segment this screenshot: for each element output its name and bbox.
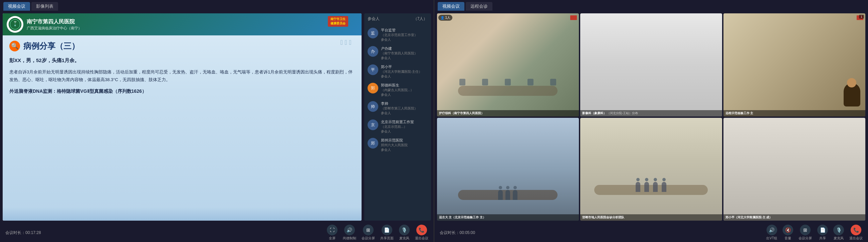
meeting-split-icon: ⊞ [363,225,374,235]
fig-5-3 [653,182,658,192]
participant-avatar-6: 京 [368,120,378,130]
participant-item-7[interactable]: 郑 郑州示范医院 郑州六大人民医院 参会人 [364,136,431,154]
video-label-1: 护疗综科（南宁市第四人民医院） [437,110,579,117]
participant-avatar-1: 监 [368,28,378,38]
meeting-split-icon-right: ⊞ [800,225,811,235]
left-toolbar-buttons: ⛶ 全屏 🔊 尚德制制 ⊞ 会议分屏 📄 共享页面 🎙️ 麦克风 📞 退出会 [327,225,428,241]
mic-label: 麦克风 [399,236,409,241]
video-label-2: 影像科（象康科） （河北分院-工站）分布 [580,110,722,117]
fullscreen-icon: ⛶ [327,225,338,235]
participant-name-6: 北京示范前置工作室 [381,120,428,124]
participant-org-6: （北京示范前...） [381,124,428,129]
fig-4-3 [513,190,518,200]
share-label: 共享页面 [380,236,394,241]
fig-4-2 [505,190,510,200]
video-label-5: 邯郸市地人民医院会诊分析团队 [580,214,722,221]
mic-label-right: 麦克风 [834,236,844,241]
tab-video-right[interactable]: 视频会议 [438,2,464,11]
volume-btn[interactable]: 🔊 尚德制制 [343,225,356,241]
participant-item-2[interactable]: 办 户办建 （南宁市第四人民医院） 参会人 [364,44,431,62]
presentation-area: 宁 医 南宁市第四人民医院 广西艾滋病临床治疗中心（南宁） 南宁市卫生健康委员会… [3,13,362,221]
title-icon: 🔍 [9,41,20,52]
presentation-body: 𓅭 𓅭 𓅭 🔍 病例分享（三） 彭XX，男，52岁，头痛1月余。 患者自诉3月余… [3,35,362,221]
participant-org-3: （河北大学附属医院-主任） [381,69,428,74]
participant-avatar-5: 帅 [368,101,378,112]
right-panel: 视频会议 远程会诊 👤 [434,0,868,242]
participant-info-4: 郭德科医生 （内蒙古人民医院...） 参会人 [381,83,428,97]
birds-deco: 𓅭 𓅭 𓅭 [340,39,351,47]
mic-icon: 🎙️ [399,225,410,235]
slide-body-text: 患者自诉3月余前开始无明显诱因出现持续性胸部隐痛，活动后加重，程度尚可忍受，无发… [9,68,355,84]
video-cell-5: 邯郸市地人民医院会诊分析团队 [580,118,722,221]
participant-item-6[interactable]: 京 北京示范前置工作室 （北京示范前...） 参会人 [364,118,431,136]
right-toolbar: 会议时长：00:05:00 🔊 出VT组 🔇 音量 ⊞ 会议分屏 📄 共享 🎙️… [434,223,868,242]
audio-label-right: 出VT组 [766,236,777,241]
fullscreen-btn[interactable]: ⛶ 全屏 [327,225,338,241]
left-content: 宁 医 南宁市第四人民医院 广西艾滋病临床治疗中心（南宁） 南宁市卫生健康委员会… [0,11,434,223]
participant-org-1: （北京示范前置工作室） [381,33,428,37]
volume-btn-right[interactable]: 🔇 音量 [782,225,793,241]
chair-5 [550,79,556,86]
participant-info-1: 平台监管 （北京示范前置工作室） 参会人 [381,28,428,42]
video-room-1: 👤 1人 [437,13,579,117]
person-icon-small: 👤 [440,16,444,20]
meeting-split-btn[interactable]: ⊞ 会议分屏 [362,225,375,241]
meeting-split-label: 会议分屏 [362,236,375,241]
end-call-label-left: 退出会议 [415,236,428,241]
mic-btn-right[interactable]: 🎙️ 麦克风 [833,225,844,241]
participant-role-1: 参会人 [381,37,428,42]
share-btn[interactable]: 📄 共享页面 [380,225,394,241]
video-room-3: 1 [723,13,865,117]
chair-3 [505,79,511,86]
participant-info-2: 户办建 （南宁市第四人民医院） 参会人 [381,46,428,60]
participant-org-4: （内蒙古人民医院...） [381,88,428,92]
participant-item-1[interactable]: 监 平台监管 （北京示范前置工作室） 参会人 [364,26,431,44]
participant-item-3[interactable]: 平 郑小平 （河北大学附属医院-主任） 参会人 [364,62,431,81]
video-cell-4: 远古大 主（北京示范临验工作 主） [437,118,579,221]
video-room-6 [723,118,865,221]
video-label-3: 远程示范临验工作 主 [723,110,865,117]
video-label-6: 郑小平（河北大学附属医院-主 成） [723,214,865,221]
end-call-btn-left[interactable]: 📞 退出会议 [415,225,428,241]
table-1 [458,86,558,96]
video-cell-3: 1 远程示范临验工作 主 [723,13,865,117]
chair-4 [527,79,533,86]
audio-icon-right: 🔊 [767,225,777,235]
video-cell-6: 郑小平（河北大学附属医院-主 成） [723,118,865,221]
share-btn-right[interactable]: 📄 共享 [817,225,828,241]
slide-title: 🔍 病例分享（三） [9,41,355,52]
right-toolbar-buttons: 🔊 出VT组 🔇 音量 ⊞ 会议分屏 📄 共享 🎙️ 麦克风 📞 退出会议 [766,225,863,241]
wave-decoration [3,207,362,221]
person-body-3 [844,83,860,107]
right-tabs: 视频会议 远程会诊 [434,0,868,11]
participant-avatar-4: 郭 [368,83,378,93]
mic-icon-right: 🎙️ [833,225,844,235]
video-room-2 [580,13,722,117]
mic-btn[interactable]: 🎙️ 麦克风 [399,225,410,241]
volume-icon: 🔊 [344,225,355,235]
video-cell-1: 👤 1人 护疗综科（南宁市第四人民医院） [437,13,579,117]
volume-label-right: 音量 [784,236,791,241]
participant-avatar-2: 办 [368,46,378,57]
flag-1 [570,16,577,20]
tab-video-left[interactable]: 视频会议 [3,2,30,11]
participant-name-7: 郑州示范医院 [381,138,428,143]
meeting-split-btn-right[interactable]: ⊞ 会议分屏 [799,225,812,241]
slide-diagnosis: 外送脑脊液DNA监测：格特隐球菌VGⅡ型真菌感染（序列数1626） [9,87,355,95]
chairs-1 [451,79,564,86]
share-icon-right: 📄 [817,225,828,235]
participants-list[interactable]: 监 平台监管 （北京示范前置工作室） 参会人 办 户办建 （南宁市第四人民医院）… [364,24,431,221]
share-icon: 📄 [381,225,392,235]
participants-title: 参会人 [368,16,380,22]
participant-role-2: 参会人 [381,56,428,60]
tab-consult-right[interactable]: 远程会诊 [466,2,492,11]
tab-image-left[interactable]: 影像列表 [31,2,58,11]
participant-avatar-7: 郑 [368,138,378,149]
participant-item-4[interactable]: 郭 郭德科医生 （内蒙古人民医院...） 参会人 [364,81,431,99]
participant-item-5[interactable]: 帅 李帅 （邯郸市第三人民医院） 参会人 [364,99,431,118]
participant-name-3: 郑小平 [381,64,428,69]
hospital-logo: 宁 医 [7,16,23,33]
audio-btn-right[interactable]: 🔊 出VT组 [766,225,777,241]
video-cell-2: 影像科（象康科） （河北分院-工站）分布 [580,13,722,117]
end-call-btn-right[interactable]: 📞 退出会议 [849,225,863,241]
